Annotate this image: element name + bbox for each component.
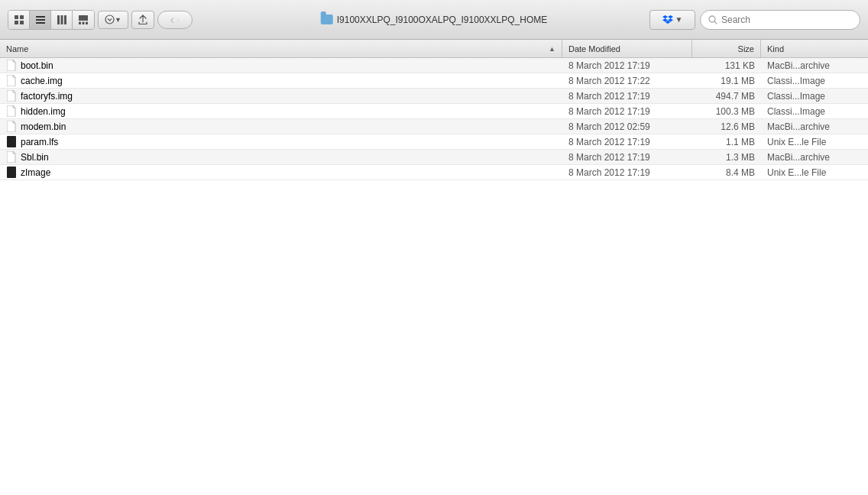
svg-rect-11 [79, 21, 81, 24]
file-name: factoryfs.img [0, 90, 562, 102]
file-icon [6, 60, 17, 72]
toolbar-left: ▼ ‹ › [8, 10, 193, 30]
col-header-name[interactable]: Name ▲ [0, 40, 562, 57]
table-row[interactable]: zImage 8 March 2012 17:19 8.4 MB Unix E.… [0, 165, 868, 180]
svg-rect-7 [57, 15, 60, 24]
file-size: 19.1 MB [692, 76, 761, 86]
search-input[interactable] [721, 15, 844, 25]
file-size: 1.1 MB [692, 137, 761, 147]
file-icon [6, 105, 17, 118]
file-icon [6, 121, 17, 133]
back-forward-btn[interactable]: ‹ › [157, 11, 193, 29]
col-header-kind[interactable]: Kind [761, 40, 868, 57]
col-header-size[interactable]: Size [692, 40, 761, 57]
table-row[interactable]: hidden.img 8 March 2012 17:19 100.3 MB C… [0, 104, 868, 119]
view-icon-btn[interactable] [8, 11, 30, 29]
file-size: 494.7 MB [692, 91, 761, 102]
file-date: 8 March 2012 17:19 [562, 137, 692, 147]
file-kind: MacBi...archive [761, 60, 868, 71]
table-row[interactable]: boot.bin 8 March 2012 17:19 131 KB MacBi… [0, 58, 868, 73]
file-icon [6, 75, 17, 87]
titlebar: ▼ ‹ › I9100XXLPQ_I9100OXALPQ_I9100XXLPQ_… [0, 0, 868, 40]
file-name: boot.bin [0, 60, 562, 72]
titlebar-title: I9100XXLPQ_I9100OXALPQ_I9100XXLPQ_HOME [321, 15, 548, 25]
dropbox-btn[interactable]: ▼ [649, 10, 695, 30]
file-date: 8 March 2012 17:22 [562, 76, 692, 86]
table-row[interactable]: modem.bin 8 March 2012 02:59 12.6 MB Mac… [0, 119, 868, 134]
svg-rect-12 [83, 21, 85, 24]
search-box[interactable] [700, 10, 860, 30]
file-kind: Classi...Image [761, 76, 868, 86]
file-date: 8 March 2012 17:19 [562, 60, 692, 71]
folder-icon [321, 15, 333, 24]
file-icon [6, 151, 17, 163]
svg-rect-1 [20, 15, 24, 19]
dropbox-icon [662, 15, 673, 24]
search-icon [708, 15, 717, 24]
svg-rect-6 [36, 22, 45, 24]
file-name: param.lfs [0, 136, 562, 148]
svg-rect-5 [36, 19, 45, 21]
window-title: I9100XXLPQ_I9100OXALPQ_I9100XXLPQ_HOME [337, 15, 548, 25]
file-icon [6, 90, 17, 102]
file-kind: Classi...Image [761, 91, 868, 102]
svg-rect-9 [64, 15, 66, 24]
svg-line-16 [714, 21, 717, 24]
file-size: 8.4 MB [692, 167, 761, 178]
svg-rect-4 [36, 16, 45, 18]
file-name: cache.img [0, 75, 562, 87]
view-btn-group [8, 10, 95, 30]
toolbar-right: ▼ [649, 10, 860, 30]
svg-rect-13 [86, 21, 88, 24]
view-cover-btn[interactable] [73, 11, 94, 29]
col-header-date[interactable]: Date Modified [562, 40, 692, 57]
file-name: Sbl.bin [0, 151, 562, 163]
file-date: 8 March 2012 17:19 [562, 167, 692, 178]
svg-point-14 [105, 15, 114, 24]
svg-rect-2 [15, 21, 18, 24]
share-btn[interactable] [131, 11, 154, 29]
action-btn[interactable]: ▼ [98, 11, 128, 29]
file-name: hidden.img [0, 105, 562, 118]
file-size: 1.3 MB [692, 152, 761, 163]
svg-rect-10 [79, 15, 88, 21]
file-date: 8 March 2012 17:19 [562, 152, 692, 163]
file-kind: Classi...Image [761, 106, 868, 117]
file-kind: Unix E...le File [761, 137, 868, 147]
file-icon [6, 136, 17, 148]
table-row[interactable]: param.lfs 8 March 2012 17:19 1.1 MB Unix… [0, 134, 868, 150]
table-row[interactable]: Sbl.bin 8 March 2012 17:19 1.3 MB MacBi.… [0, 150, 868, 165]
file-kind: MacBi...archive [761, 152, 868, 163]
view-list-btn[interactable] [30, 11, 51, 29]
file-name: modem.bin [0, 121, 562, 133]
file-kind: MacBi...archive [761, 121, 868, 132]
view-col-btn[interactable] [51, 11, 73, 29]
file-name: zImage [0, 167, 562, 179]
file-size: 131 KB [692, 60, 761, 71]
file-date: 8 March 2012 02:59 [562, 121, 692, 132]
file-date: 8 March 2012 17:19 [562, 106, 692, 117]
column-headers: Name ▲ Date Modified Size Kind [0, 40, 868, 58]
svg-rect-3 [20, 21, 24, 24]
file-list: boot.bin 8 March 2012 17:19 131 KB MacBi… [0, 58, 868, 495]
table-row[interactable]: factoryfs.img 8 March 2012 17:19 494.7 M… [0, 89, 868, 104]
file-date: 8 March 2012 17:19 [562, 91, 692, 102]
file-size: 12.6 MB [692, 121, 761, 132]
svg-rect-0 [15, 15, 18, 19]
table-row[interactable]: cache.img 8 March 2012 17:22 19.1 MB Cla… [0, 73, 868, 89]
file-kind: Unix E...le File [761, 167, 868, 178]
file-icon [6, 167, 17, 179]
sort-arrow: ▲ [549, 45, 555, 53]
file-size: 100.3 MB [692, 106, 761, 117]
svg-rect-8 [60, 15, 63, 24]
